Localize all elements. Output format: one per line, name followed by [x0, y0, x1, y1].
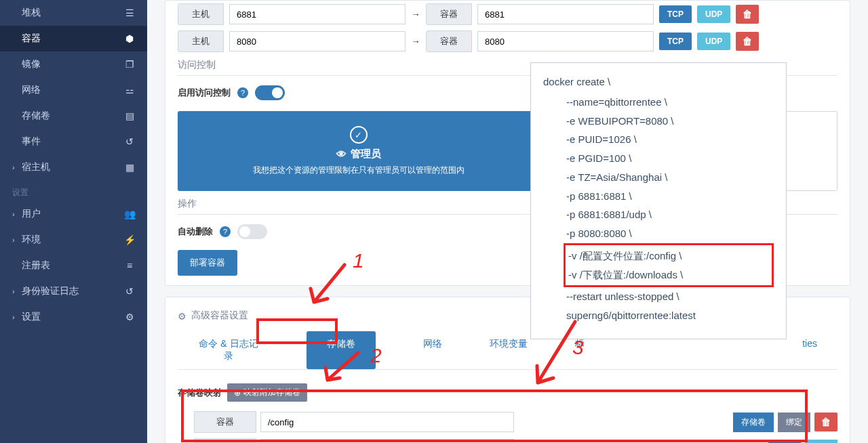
- tcp-button[interactable]: TCP: [659, 5, 692, 23]
- annotation-arrow-1: [304, 261, 351, 316]
- history-icon: ↺: [124, 136, 135, 147]
- sidebar-item-host[interactable]: ›宿主机▦: [0, 154, 147, 180]
- host-label: 主机: [178, 3, 224, 25]
- sidebar-item-containers[interactable]: 容器⬢: [0, 26, 147, 51]
- cogs-icon: ⚙: [124, 312, 135, 322]
- tab-env[interactable]: 环境变量: [490, 331, 528, 369]
- sidebar-item-env[interactable]: ›环境⚡: [0, 227, 147, 253]
- database-icon: ≡: [124, 260, 135, 271]
- sidebar-item-network[interactable]: 网络⚍: [0, 77, 147, 103]
- plug-icon: ⚡: [124, 234, 135, 245]
- annotation-arrow-3: [528, 318, 589, 393]
- clone-icon: ❐: [124, 59, 135, 70]
- tab-command[interactable]: 命令 & 日志记录: [198, 331, 259, 369]
- port-row: 主机 → 容器 TCP UDP 🗑: [178, 30, 837, 52]
- deploy-button[interactable]: 部署容器: [178, 250, 237, 276]
- sidebar-item-events[interactable]: 事件↺: [0, 129, 147, 154]
- th-icon: ▦: [124, 162, 135, 173]
- help-icon[interactable]: ?: [237, 87, 248, 98]
- ro-button[interactable]: 只读: [805, 440, 837, 444]
- gear-icon: ⚙: [178, 311, 187, 320]
- tcp-button[interactable]: TCP: [659, 33, 692, 50]
- docker-code-card: docker create \ --name=qbittorrentee \ -…: [530, 62, 787, 339]
- users-icon: 👥: [124, 209, 135, 219]
- sidebar-item-registry[interactable]: 注册表≡: [0, 253, 147, 278]
- udp-button[interactable]: UDP: [697, 33, 730, 50]
- sidebar-item-authlog[interactable]: ›身份验证日志↺: [0, 278, 147, 304]
- sidebar-item-settings[interactable]: ›设置⚙: [0, 304, 147, 330]
- sidebar: 堆栈☰ 容器⬢ 镜像❐ 网络⚍ 存储卷▤ 事件↺ ›宿主机▦ 设置 ›用户👥 ›…: [0, 0, 147, 443]
- udp-button[interactable]: UDP: [697, 5, 730, 23]
- container-label: 容器: [426, 3, 472, 25]
- arrow-icon: →: [411, 9, 420, 20]
- annotation-arrow-2: [317, 350, 365, 387]
- sidebar-item-users[interactable]: ›用户👥: [0, 201, 147, 227]
- host-port-input[interactable]: [229, 4, 406, 24]
- sidebar-item-volumes[interactable]: 存储卷▤: [0, 103, 147, 129]
- cubes-icon: ⬢: [124, 33, 135, 44]
- container-port-input[interactable]: [477, 31, 654, 51]
- delete-button[interactable]: 🗑: [736, 5, 759, 24]
- trash-icon: 🗑: [743, 36, 752, 47]
- list-icon: ☰: [124, 7, 135, 18]
- trash-icon: 🗑: [743, 9, 752, 20]
- sidebar-item-stacks[interactable]: 堆栈☰: [0, 0, 147, 26]
- container-port-input[interactable]: [477, 4, 654, 24]
- sitemap-icon: ⚍: [124, 85, 135, 96]
- port-row: 主机 → 容器 TCP UDP 🗑: [178, 3, 837, 25]
- sidebar-item-images[interactable]: 镜像❐: [0, 51, 147, 77]
- auto-remove-label: 自动删除: [178, 226, 213, 238]
- annotation-box-volumes: [181, 389, 808, 442]
- chevron-right-icon: ›: [12, 163, 22, 171]
- tab-network[interactable]: 网络: [423, 331, 442, 369]
- host-port-input[interactable]: [229, 31, 406, 51]
- admin-card[interactable]: ✓ 👁管理员 我想把这个资源的管理限制在只有管理员可以管理的范围内: [178, 111, 539, 191]
- history-icon: ↺: [124, 286, 135, 297]
- eye-off-icon: 👁: [336, 148, 347, 160]
- check-circle-icon: ✓: [350, 126, 368, 144]
- enable-access-label: 启用访问控制: [178, 87, 231, 99]
- auto-remove-toggle[interactable]: [237, 224, 267, 239]
- trash-icon: 🗑: [821, 417, 831, 427]
- delete-button[interactable]: 🗑: [736, 32, 759, 51]
- access-toggle[interactable]: [255, 85, 285, 100]
- tab-capabilities[interactable]: ties: [802, 331, 817, 369]
- delete-button[interactable]: 🗑: [814, 413, 837, 431]
- annotation-box-1: [256, 318, 338, 344]
- help-icon[interactable]: ?: [220, 226, 231, 237]
- sidebar-section-label: 设置: [0, 180, 147, 201]
- hdd-icon: ▤: [124, 110, 135, 121]
